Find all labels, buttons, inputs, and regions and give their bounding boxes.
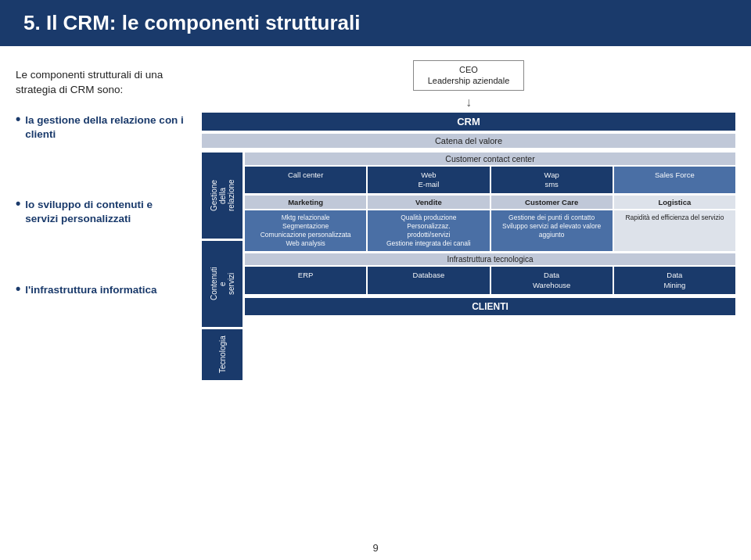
gestione-label: Gestionedellarelazione	[202, 153, 243, 239]
cell-customer-care: Gestione dei punti di contattoSviluppo s…	[491, 210, 613, 251]
contenuti-label: Contenutieservizi	[202, 241, 243, 327]
left-item-1: • la gestione della relazione con i clie…	[16, 112, 188, 142]
bullet-icon-2: •	[16, 196, 20, 210]
contenuti-section: Marketing Vendite Customer Care Logistic…	[245, 196, 735, 251]
left-item-2: • lo sviluppo di contenuti e servizi per…	[16, 196, 188, 226]
header-logistica: Logistica	[614, 196, 735, 209]
contact-center-header: Customer contact center	[245, 153, 735, 165]
clienti-bar: CLIENTI	[245, 298, 735, 315]
left-labels: Gestionedellarelazione Contenutieservizi…	[202, 153, 243, 380]
ceo-box: CEO Leadership aziendale	[413, 60, 525, 91]
intro-text: Le componenti strutturali di una strateg…	[16, 68, 188, 98]
left-item-3: • l'infrastruttura informatica	[16, 282, 188, 297]
catena-label: Catena del valore	[435, 136, 502, 145]
cell-logistica: Rapidità ed efficienza del servizio	[614, 210, 735, 251]
contact-center-section: Customer contact center Call center WebE…	[245, 153, 735, 194]
header-vendite: Vendite	[368, 196, 489, 209]
item-text-3: l'infrastruttura informatica	[25, 283, 156, 297]
diagram-wrapper: Gestionedellarelazione Contenutieservizi…	[202, 153, 735, 380]
catena-bar: Catena del valore	[202, 134, 735, 148]
cc-call-center: Call center	[245, 167, 366, 194]
main-content: Le componenti strutturali di una strateg…	[0, 46, 751, 531]
cc-web-email: WebE-mail	[368, 167, 489, 194]
tech-database: Database	[368, 267, 489, 294]
ceo-row: CEO Leadership aziendale	[202, 60, 735, 91]
tech-cells: ERP Database DataWarehouse DataMining	[245, 267, 735, 294]
arrow-down-1: ↓	[202, 96, 735, 109]
page-number: 9	[372, 542, 378, 554]
infra-header: Infrastruttura tecnologica	[245, 253, 735, 265]
tech-erp: ERP	[245, 267, 366, 294]
crm-label: CRM	[457, 116, 480, 127]
clienti-label: CLIENTI	[472, 301, 508, 312]
category-headers: Marketing Vendite Customer Care Logistic…	[245, 196, 735, 209]
crm-bar: CRM	[202, 113, 735, 131]
page: 5. Il CRM: le componenti strutturali Le …	[0, 0, 751, 560]
cc-sales-force: Sales Force	[614, 167, 735, 194]
category-cells: Mktg relazionaleSegmentazioneComunicazio…	[245, 210, 735, 251]
cc-wap-sms: Wapsms	[491, 167, 613, 194]
item-text-2: lo sviluppo di contenuti e servizi perso…	[25, 198, 188, 226]
title-text: 5. Il CRM: le componenti strutturali	[23, 11, 360, 34]
diagram-area: CEO Leadership aziendale ↓ CRM Catena de…	[202, 60, 735, 523]
cell-marketing: Mktg relazionaleSegmentazioneComunicazio…	[245, 210, 366, 251]
left-column: Le componenti strutturali di una strateg…	[16, 60, 188, 523]
tech-data-mining: DataMining	[614, 267, 735, 294]
item-text-1: la gestione della relazione con i client…	[25, 113, 188, 142]
tech-data-warehouse: DataWarehouse	[491, 267, 613, 294]
cell-vendite: Qualità produzionePersonalizzaz.prodotti…	[368, 210, 489, 251]
header-marketing: Marketing	[245, 196, 366, 209]
contact-center-cells: Call center WebE-mail Wapsms Sales Force	[245, 167, 735, 194]
tecnologia-section: Infrastruttura tecnologica ERP Database …	[245, 253, 735, 294]
bullet-icon-3: •	[16, 282, 20, 296]
bullet-icon: •	[16, 112, 20, 126]
ceo-label: CEO	[428, 64, 510, 75]
tecnologia-label: Tecnologia	[202, 329, 243, 380]
header-customer-care: Customer Care	[491, 196, 613, 209]
leadership-label: Leadership aziendale	[428, 75, 510, 86]
slide-title: 5. Il CRM: le componenti strutturali	[0, 0, 751, 46]
